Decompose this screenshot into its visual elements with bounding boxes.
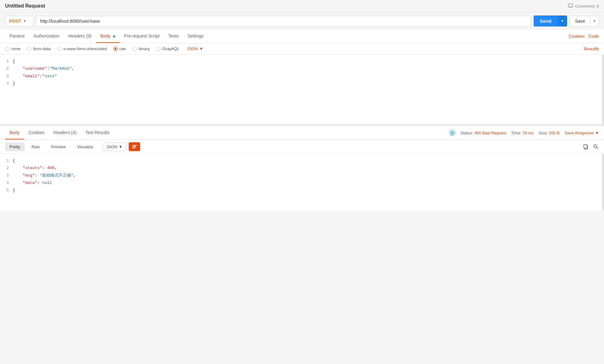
svg-rect-5 (584, 144, 587, 148)
save-response-chevron-icon: ▼ (595, 131, 599, 135)
status-label: Status: (460, 131, 473, 135)
save-button-group: Save ▼ (570, 16, 599, 26)
svg-point-6 (594, 145, 597, 148)
radio-urlencoded (57, 47, 62, 51)
body-type-urlencoded[interactable]: x-www-form-urlencoded (57, 46, 107, 51)
format-value: JSON (187, 46, 198, 51)
body-type-none[interactable]: none (5, 46, 21, 51)
tab-headers[interactable]: Headers (9) (64, 30, 96, 43)
request-tabs: Params Authorization Headers (9) Body Pr… (0, 30, 604, 43)
code-link[interactable]: Code (589, 30, 599, 43)
header: Untitled Request Comments 0 (0, 0, 604, 12)
response-line-numbers: 1 2 3 4 5 (0, 154, 13, 211)
beautify-button[interactable]: Beautify (584, 46, 599, 51)
response-code-content: { "stauts": 400, "msg": "邮箱格式不正确", "data… (13, 154, 602, 211)
code-line-2: "username":"MarkHub", (13, 65, 604, 72)
body-type-options: none form-data x-www-form-urlencoded raw… (0, 43, 604, 55)
globe-icon: 🌐 (449, 130, 455, 136)
editor-scrollbar[interactable] (602, 55, 604, 124)
resp-line-1: { (13, 157, 602, 164)
line-numbers: 1 2 3 4 (0, 55, 13, 124)
method-chevron-icon: ▼ (23, 19, 26, 23)
response-body-editor: 1 2 3 4 5 { "stauts": 400, "msg": "邮箱格式不… (0, 154, 604, 211)
comments-count: 0 (597, 4, 599, 9)
tab-settings[interactable]: Settings (183, 30, 208, 43)
code-content[interactable]: { "username":"MarkHub", "email":"xxxx" } (13, 55, 604, 124)
comments-section[interactable]: Comments 0 (568, 3, 599, 9)
tab-params[interactable]: Params (5, 30, 29, 43)
time-value: 78 ms (522, 131, 533, 135)
send-button-group: Send ▼ (534, 15, 567, 26)
method-value: POST (9, 19, 21, 24)
response-tab-test-results[interactable]: Test Results (81, 126, 114, 139)
wrap-button[interactable] (129, 142, 140, 151)
body-type-raw[interactable]: raw (113, 46, 126, 51)
body-type-form-data[interactable]: form-data (27, 46, 51, 51)
tab-right-links: Cookies Code (569, 30, 599, 43)
status-value: 400 Bad Request (474, 131, 506, 135)
time-label: Time: (511, 131, 521, 135)
save-button[interactable]: Save (570, 16, 590, 26)
format-tab-preview[interactable]: Preview (47, 143, 70, 151)
response-tab-body[interactable]: Body (5, 126, 24, 139)
resp-line-2: "stauts": 400, (13, 164, 602, 172)
url-input[interactable] (36, 16, 531, 26)
format-chevron-icon: ▼ (199, 46, 203, 51)
size-label: Size: (539, 131, 548, 135)
url-bar: POST ▼ Send ▼ Save ▼ (0, 12, 604, 30)
send-dropdown-button[interactable]: ▼ (558, 15, 567, 26)
send-button[interactable]: Send (534, 15, 558, 26)
tab-body[interactable]: Body (96, 30, 120, 43)
resp-line-5: } (13, 187, 602, 194)
response-scrollbar[interactable] (602, 154, 604, 211)
tab-authorization[interactable]: Authorization (29, 30, 64, 43)
radio-binary (133, 47, 137, 51)
response-format-value: JSON (106, 144, 117, 149)
response-meta: 🌐 Status: 400 Bad Request Time: 78 ms Si… (449, 130, 599, 136)
radio-none (5, 47, 9, 51)
cookies-link[interactable]: Cookies (569, 30, 585, 43)
wrap-icon (132, 144, 137, 149)
tab-pre-request-script[interactable]: Pre-request Script (120, 30, 164, 43)
radio-raw (113, 47, 118, 51)
radio-form-data (27, 47, 31, 51)
response-tab-cookies[interactable]: Cookies (24, 126, 49, 139)
code-line-4: } (13, 80, 604, 87)
save-dropdown-button[interactable]: ▼ (590, 16, 599, 26)
format-tab-raw[interactable]: Raw (27, 143, 44, 151)
body-type-binary[interactable]: binary (133, 46, 150, 51)
size-value: 200 B (549, 131, 560, 135)
request-body-editor[interactable]: 1 2 3 4 { "username":"MarkHub", "email":… (0, 55, 604, 124)
response-format-bar: Pretty Raw Preview Visualize JSON ▼ (0, 140, 604, 154)
response-tabs: Body Cookies Headers (4) Test Results 🌐 … (0, 126, 604, 140)
comments-icon (568, 3, 573, 9)
comments-label: Comments (575, 4, 595, 9)
save-response-button[interactable]: Save Response ▼ (565, 131, 599, 135)
svg-rect-0 (568, 4, 573, 7)
code-line-3: "email":"xxxx" (13, 73, 604, 80)
format-selector[interactable]: JSON ▼ (187, 46, 203, 51)
request-title: Untitled Request (5, 3, 45, 9)
search-icon[interactable] (593, 144, 599, 150)
response-format-chevron-icon: ▼ (119, 144, 123, 149)
resp-line-3: "msg": "邮箱格式不正确", (13, 172, 602, 179)
body-active-dot (113, 35, 115, 38)
response-section: Body Cookies Headers (4) Test Results 🌐 … (0, 126, 604, 211)
body-type-graphql[interactable]: GraphQL (156, 46, 179, 51)
response-format-selector[interactable]: JSON ▼ (103, 143, 126, 151)
response-tab-headers[interactable]: Headers (4) (49, 126, 81, 139)
resp-line-4: "data": null (13, 179, 602, 186)
svg-line-7 (597, 148, 598, 149)
copy-icon[interactable] (583, 144, 589, 150)
code-line-1: { (13, 58, 604, 65)
radio-graphql (156, 47, 161, 51)
tab-tests[interactable]: Tests (164, 30, 183, 43)
format-action-icons (583, 144, 599, 150)
format-tab-visualize[interactable]: Visualize (73, 143, 98, 151)
format-tab-pretty[interactable]: Pretty (5, 143, 25, 151)
method-selector[interactable]: POST ▼ (5, 16, 33, 26)
